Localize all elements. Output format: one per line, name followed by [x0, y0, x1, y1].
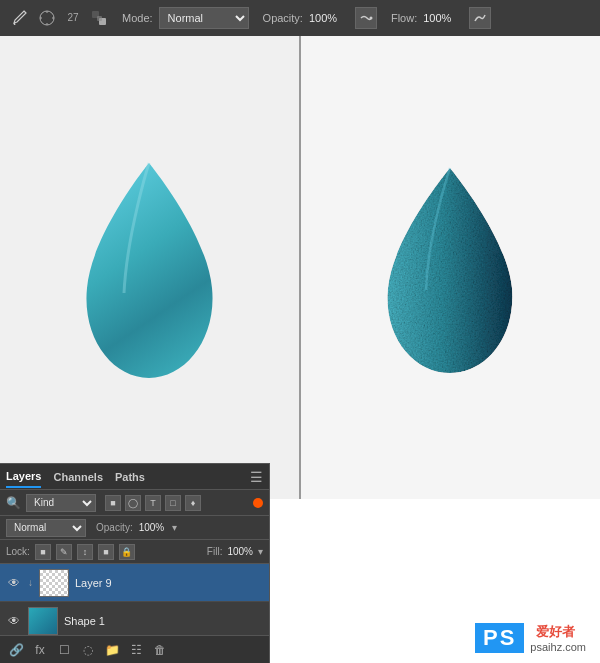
layers-tabs-bar: Layers Channels Paths ☰ [0, 464, 269, 490]
shape1-visibility[interactable]: 👁 [6, 613, 22, 629]
svg-rect-7 [97, 16, 102, 21]
toolbar: 27 Mode: Normal Multiply Screen Overlay … [0, 0, 600, 36]
filter-icon: 🔍 [6, 496, 21, 510]
canvas-right[interactable] [301, 36, 600, 499]
canvas-left[interactable] [0, 36, 301, 499]
layers-menu-icon[interactable]: ☰ [250, 469, 263, 485]
mode-select[interactable]: Normal Multiply Screen Overlay [159, 7, 249, 29]
layer-row-9[interactable]: 👁 ↓ Layer 9 [0, 564, 269, 602]
layers-bottom-bar: 🔗 fx ☐ ◌ 📁 ☷ 🗑 [0, 635, 269, 663]
drop-right-shape [378, 158, 523, 378]
flow-value: 100% [423, 12, 463, 24]
add-style-icon[interactable]: fx [32, 642, 48, 658]
add-layer-icon[interactable]: ☷ [128, 642, 144, 658]
lock-artboard-btn[interactable]: ■ [98, 544, 114, 560]
filter-active-indicator [253, 498, 263, 508]
watermark-area: PS 爱好者 psaihz.com [270, 463, 600, 663]
mode-label: Mode: [122, 12, 153, 24]
brush-size-value: 27 [64, 13, 82, 23]
fill-chevron: ▾ [258, 546, 263, 557]
filter-pixel-btn[interactable]: ■ [105, 495, 121, 511]
svg-point-0 [40, 11, 54, 25]
watermark-text: 爱好者 psaihz.com [530, 623, 586, 653]
layers-lock-row: Lock: ■ ✎ ↕ ■ 🔒 Fill: 100% ▾ [0, 540, 269, 564]
fill-value: 100% [227, 546, 253, 557]
lock-position-btn[interactable]: ↕ [77, 544, 93, 560]
tab-paths[interactable]: Paths [115, 467, 145, 487]
filter-shape-btn[interactable]: □ [165, 495, 181, 511]
link-layers-icon[interactable]: 🔗 [8, 642, 24, 658]
filter-adjust-btn[interactable]: ◯ [125, 495, 141, 511]
layers-panel: Layers Channels Paths ☰ 🔍 Kind Name Effe… [0, 463, 270, 663]
layer-9-arrow: ↓ [28, 577, 33, 588]
opacity-label: Opacity: [263, 12, 303, 24]
tab-channels[interactable]: Channels [53, 467, 103, 487]
layers-blend-row: Normal Multiply Screen Overlay Opacity: … [0, 516, 269, 540]
layers-filter-row: 🔍 Kind Name Effect ■ ◯ T □ ♦ [0, 490, 269, 516]
filter-smart-btn[interactable]: ♦ [185, 495, 201, 511]
opacity-value: 100% [309, 12, 349, 24]
fill-label: Fill: [207, 546, 223, 557]
layer-9-thumbnail [39, 569, 69, 597]
filter-kind-select[interactable]: Kind Name Effect [26, 494, 96, 512]
filter-type-btn[interactable]: T [145, 495, 161, 511]
layer-9-name: Layer 9 [75, 577, 263, 589]
flow-label: Flow: [391, 12, 417, 24]
lock-transparent-btn[interactable]: ■ [35, 544, 51, 560]
canvas-area [0, 36, 600, 499]
lock-all-btn[interactable]: 🔒 [119, 544, 135, 560]
drop-left-shape [72, 153, 227, 383]
brush-settings-icon[interactable] [36, 7, 58, 29]
lock-label: Lock: [6, 546, 30, 557]
tab-layers[interactable]: Layers [6, 466, 41, 488]
opacity-chevron: ▾ [172, 522, 177, 533]
blend-mode-select[interactable]: Normal Multiply Screen Overlay [6, 519, 86, 537]
shape1-name: Shape 1 [64, 615, 263, 627]
delete-layer-icon[interactable]: 🗑 [152, 642, 168, 658]
airbrush-toggle[interactable] [355, 7, 377, 29]
mode-icon [88, 7, 110, 29]
lock-image-btn[interactable]: ✎ [56, 544, 72, 560]
add-adjustment-icon[interactable]: ◌ [80, 642, 96, 658]
watermark-container: PS 爱好者 psaihz.com [475, 623, 586, 653]
shape1-thumbnail [28, 607, 58, 635]
opacity-label: Opacity: [96, 522, 133, 533]
site-name: 爱好者 [536, 623, 586, 641]
brush-tool-icon[interactable] [8, 7, 30, 29]
svg-point-8 [369, 17, 372, 20]
smoothing-toggle[interactable] [469, 7, 491, 29]
ps-logo: PS [475, 623, 524, 653]
layer-9-visibility[interactable]: 👁 [6, 575, 22, 591]
add-group-icon[interactable]: 📁 [104, 642, 120, 658]
opacity-value: 100% [139, 522, 165, 533]
filter-buttons: ■ ◯ T □ ♦ [105, 495, 201, 511]
add-mask-icon[interactable]: ☐ [56, 642, 72, 658]
site-url: psaihz.com [530, 641, 586, 653]
